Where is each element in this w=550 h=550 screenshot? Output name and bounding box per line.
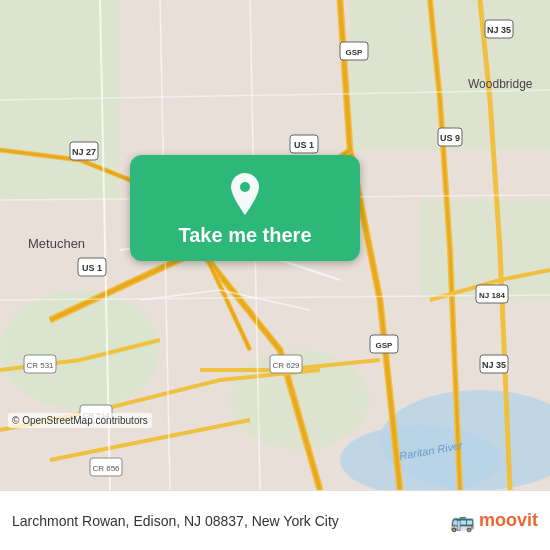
svg-text:GSP: GSP [346, 48, 364, 57]
svg-text:NJ 35: NJ 35 [482, 360, 506, 370]
take-me-there-button[interactable]: Take me there [130, 155, 360, 261]
svg-text:US 1: US 1 [82, 263, 102, 273]
svg-text:GSP: GSP [376, 341, 394, 350]
bottom-bar: Larchmont Rowan, Edison, NJ 08837, New Y… [0, 490, 550, 550]
svg-text:CR 629: CR 629 [272, 361, 300, 370]
svg-text:CR 531: CR 531 [26, 361, 54, 370]
svg-text:NJ 27: NJ 27 [72, 147, 96, 157]
svg-text:Metuchen: Metuchen [28, 236, 85, 251]
svg-text:US 9: US 9 [440, 133, 460, 143]
location-text: Larchmont Rowan, Edison, NJ 08837, New Y… [12, 513, 339, 529]
svg-text:Woodbridge: Woodbridge [468, 77, 533, 91]
location-pin-icon [227, 173, 263, 218]
svg-text:NJ 184: NJ 184 [479, 291, 505, 300]
map-container: NJ 35 US 1 GSP NJ 27 US 1 US 9 GSP NJ 18… [0, 0, 550, 490]
moovit-logo-icon: 🚌 [450, 509, 475, 533]
osm-attribution: © OpenStreetMap contributors [8, 413, 152, 428]
moovit-logo: 🚌 moovit [450, 509, 538, 533]
take-me-there-label: Take me there [178, 224, 311, 247]
svg-point-43 [240, 182, 250, 192]
svg-text:CR 656: CR 656 [92, 464, 120, 473]
svg-text:US 1: US 1 [294, 140, 314, 150]
svg-text:NJ 35: NJ 35 [487, 25, 511, 35]
moovit-logo-text: moovit [479, 510, 538, 531]
